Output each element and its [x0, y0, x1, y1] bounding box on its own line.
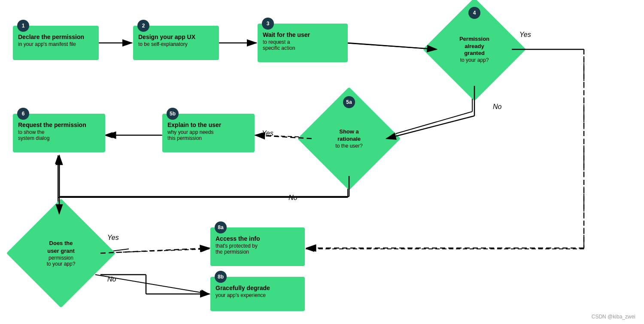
- label-yes-n5a: Yes: [262, 130, 273, 137]
- node-4-container: 4 Permissionalreadygranted to your app?: [438, 13, 511, 86]
- node-5b: 5b Explain to the user why your app need…: [162, 114, 255, 152]
- watermark: CSDN @kiba_zwei: [592, 314, 635, 320]
- node-3: 3 Wait for the user to request aspecific…: [258, 24, 348, 62]
- node-5a-sub: to the user?: [335, 143, 362, 149]
- node-8b-title: Gracefully degrade: [216, 285, 300, 291]
- svg-line-4: [343, 43, 437, 49]
- node-3-sub: to request aspecific action: [263, 39, 343, 51]
- node-7-sub: permissionto your app?: [47, 255, 76, 267]
- label-yes-n7: Yes: [107, 234, 119, 242]
- node-3-title: Wait for the user: [263, 31, 343, 38]
- node-2: 2 Design your app UX to be self-explanat…: [133, 26, 219, 60]
- svg-line-28: [386, 116, 474, 139]
- node-8a-title: Access the info: [216, 235, 300, 242]
- node-5b-title: Explain to the user: [167, 121, 249, 128]
- badge-6: 6: [17, 108, 29, 120]
- badge-2: 2: [137, 20, 149, 32]
- badge-1: 1: [17, 20, 29, 32]
- badge-8b: 8b: [215, 271, 227, 283]
- node-5a-container: 5a Show arationale to the user?: [313, 102, 386, 175]
- node-1-title: Declare the permission: [18, 33, 94, 40]
- node-8b: 8b Gracefully degrade your app's experie…: [210, 277, 305, 311]
- node-6: 6 Request the permission to show thesyst…: [13, 114, 105, 152]
- node-1-sub: in your app's manifest file: [18, 41, 94, 47]
- node-8b-sub: your app's experience: [216, 292, 300, 298]
- node-4-sub: to your app?: [459, 57, 489, 63]
- badge-3: 3: [262, 18, 274, 30]
- label-no-n7: No: [107, 276, 116, 283]
- node-1: 1 Declare the permission in your app's m…: [13, 26, 99, 60]
- node-2-title: Design your app UX: [138, 33, 214, 40]
- node-2-sub: to be self-explanatory: [138, 41, 214, 47]
- node-6-sub: to show thesystem dialog: [18, 129, 100, 141]
- label-no-n4: No: [493, 103, 501, 111]
- node-7-container: Does theuser grant permissionto your app…: [22, 215, 100, 292]
- node-8a-sub: that's protected bythe permission: [216, 243, 300, 255]
- flowchart-diagram: 1 Declare the permission in your app's m…: [0, 0, 644, 324]
- node-8a: 8a Access the info that's protected byth…: [210, 227, 305, 266]
- badge-5b: 5b: [167, 108, 179, 120]
- node-6-title: Request the permission: [18, 121, 100, 128]
- node-5b-sub: why your app needsthis permission: [167, 129, 249, 141]
- badge-8a: 8a: [215, 221, 227, 233]
- label-no-n5a: No: [289, 194, 297, 202]
- label-yes-n4: Yes: [519, 31, 531, 39]
- node-5a-title: Show arationale: [335, 128, 362, 143]
- node-7-title: Does theuser grant: [47, 239, 76, 255]
- node-4-title: Permissionalreadygranted: [459, 36, 489, 58]
- svg-line-9: [383, 112, 472, 137]
- svg-line-35: [100, 248, 210, 253]
